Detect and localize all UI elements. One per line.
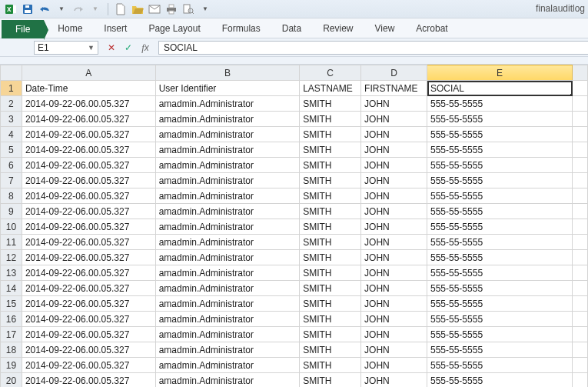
cell-C11[interactable]: SMITH [300,235,361,250]
tab-pagelayout[interactable]: Page Layout [138,20,211,38]
cell-F1[interactable] [573,81,588,96]
cell-F3[interactable] [573,112,588,127]
undo-icon[interactable] [38,3,51,15]
cell-D14[interactable]: JOHN [361,281,427,296]
row-8[interactable]: 8 [1,188,22,204]
cell-C5[interactable]: SMITH [300,142,361,158]
cell-E12[interactable]: 555-55-5555 [427,250,573,265]
cell-D12[interactable]: JOHN [361,250,427,265]
cell-E19[interactable]: 555-55-5555 [427,358,573,373]
tab-insert[interactable]: Insert [93,20,138,38]
cell-A10[interactable]: 2014-09-22-06.00.05.327 [22,219,155,235]
cell-B19[interactable]: amadmin.Administrator [155,358,300,373]
cell-F11[interactable] [573,235,588,250]
cell-C1[interactable]: LASTNAME [300,81,361,96]
redo-dropdown-icon[interactable]: ▼ [89,3,101,15]
cell-F5[interactable] [573,142,588,158]
cell-C19[interactable]: SMITH [300,358,361,373]
row-10[interactable]: 10 [1,219,22,235]
cell-F17[interactable] [573,327,588,342]
chevron-down-icon[interactable]: ▼ [88,44,95,52]
redo-icon[interactable] [72,3,85,15]
cell-D20[interactable]: JOHN [361,373,427,388]
cell-B9[interactable]: amadmin.Administrator [155,204,300,219]
cell-D11[interactable]: JOHN [361,235,427,250]
cell-E8[interactable]: 555-55-5555 [427,188,573,204]
cell-C18[interactable]: SMITH [300,342,361,358]
cell-F8[interactable] [573,188,588,204]
cell-A5[interactable]: 2014-09-22-06.00.05.327 [22,142,155,158]
cell-D10[interactable]: JOHN [361,219,427,235]
cell-B17[interactable]: amadmin.Administrator [155,327,300,342]
cell-C12[interactable]: SMITH [300,250,361,265]
cell-B10[interactable]: amadmin.Administrator [155,219,300,235]
cell-E15[interactable]: 555-55-5555 [427,296,573,312]
cell-B13[interactable]: amadmin.Administrator [155,265,300,281]
row-2[interactable]: 2 [1,96,22,112]
row-16[interactable]: 16 [1,312,22,327]
name-box[interactable]: E1 ▼ [34,41,98,55]
cell-A8[interactable]: 2014-09-22-06.00.05.327 [22,188,155,204]
cell-E16[interactable]: 555-55-5555 [427,312,573,327]
col-A[interactable]: A [22,65,155,81]
cell-E6[interactable]: 555-55-5555 [427,158,573,173]
cell-F2[interactable] [573,96,588,112]
cell-E20[interactable]: 555-55-5555 [427,373,573,388]
cell-D2[interactable]: JOHN [361,96,427,112]
quickprint-icon[interactable] [165,3,178,15]
cell-F19[interactable] [573,358,588,373]
row-18[interactable]: 18 [1,342,22,358]
row-14[interactable]: 14 [1,281,22,296]
cell-C10[interactable]: SMITH [300,219,361,235]
cell-F12[interactable] [573,250,588,265]
cell-E10[interactable]: 555-55-5555 [427,219,573,235]
col-E[interactable]: E [427,65,573,81]
cell-C6[interactable]: SMITH [300,158,361,173]
row-19[interactable]: 19 [1,358,22,373]
cell-E14[interactable]: 555-55-5555 [427,281,573,296]
cell-A9[interactable]: 2014-09-22-06.00.05.327 [22,204,155,219]
col-B[interactable]: B [155,65,300,81]
cell-F10[interactable] [573,219,588,235]
row-12[interactable]: 12 [1,250,22,265]
tab-formulas[interactable]: Formulas [211,20,271,38]
cell-C15[interactable]: SMITH [300,296,361,312]
cell-C17[interactable]: SMITH [300,327,361,342]
spreadsheet-grid[interactable]: A B C D E 1Date-TimeUser IdentifierLASTN… [0,65,588,387]
row-17[interactable]: 17 [1,327,22,342]
cell-B16[interactable]: amadmin.Administrator [155,312,300,327]
cell-A18[interactable]: 2014-09-22-06.00.05.327 [22,342,155,358]
row-5[interactable]: 5 [1,142,22,158]
cell-C14[interactable]: SMITH [300,281,361,296]
tab-data[interactable]: Data [271,20,312,38]
col-C[interactable]: C [300,65,361,81]
cell-E4[interactable]: 555-55-5555 [427,127,573,142]
cell-B11[interactable]: amadmin.Administrator [155,235,300,250]
tab-home[interactable]: Home [47,20,93,38]
cell-D8[interactable]: JOHN [361,188,427,204]
cell-B12[interactable]: amadmin.Administrator [155,250,300,265]
cell-D18[interactable]: JOHN [361,342,427,358]
cell-C13[interactable]: SMITH [300,265,361,281]
cell-F13[interactable] [573,265,588,281]
cell-A3[interactable]: 2014-09-22-06.00.05.327 [22,112,155,127]
cell-A6[interactable]: 2014-09-22-06.00.05.327 [22,158,155,173]
cell-A20[interactable]: 2014-09-22-06.00.05.327 [22,373,155,388]
cell-F14[interactable] [573,281,588,296]
cell-F18[interactable] [573,342,588,358]
printpreview-icon[interactable] [182,3,194,15]
cell-B8[interactable]: amadmin.Administrator [155,188,300,204]
cell-D17[interactable]: JOHN [361,327,427,342]
cell-D19[interactable]: JOHN [361,358,427,373]
cell-B15[interactable]: amadmin.Administrator [155,296,300,312]
cell-F7[interactable] [573,173,588,188]
cell-D6[interactable]: JOHN [361,158,427,173]
cell-C2[interactable]: SMITH [300,96,361,112]
cell-B7[interactable]: amadmin.Administrator [155,173,300,188]
cell-B20[interactable]: amadmin.Administrator [155,373,300,388]
open-icon[interactable] [131,3,144,15]
row-9[interactable]: 9 [1,204,22,219]
save-icon[interactable] [22,3,34,15]
col-D[interactable]: D [361,65,427,81]
new-icon[interactable] [115,3,127,15]
